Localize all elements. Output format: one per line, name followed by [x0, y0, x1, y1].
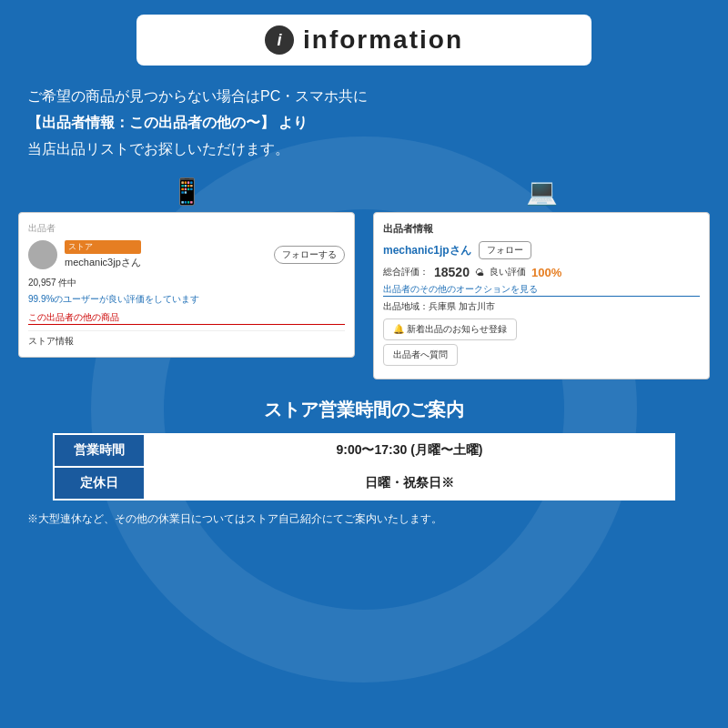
pc-rating-label: 総合評価： — [383, 266, 429, 278]
mobile-screenshot-container: 📱 出品者 ストア mechanic3jpさん フォローする 20,957 件中… — [18, 177, 355, 379]
hours-value-1: 日曜・祝祭日※ — [145, 467, 674, 500]
pc-mock-screen: 出品者情報 mechanic1jpさん フォロー 総合評価： 18520 🌤 良… — [373, 212, 710, 379]
screenshots-row: 📱 出品者 ストア mechanic3jpさん フォローする 20,957 件中… — [18, 177, 710, 379]
desc-line2: 【出品者情報：この出品者の他の〜】 より — [27, 110, 701, 136]
hours-label-1: 定休日 — [54, 467, 145, 500]
mobile-user-row: ストア mechanic3jpさん フォローする — [28, 240, 345, 269]
mobile-username: mechanic3jpさん — [65, 256, 141, 269]
pc-notify-btn[interactable]: 🔔 新着出品のお知らせ登録 — [383, 318, 517, 340]
mobile-divider — [28, 330, 345, 331]
hours-label-0: 営業時間 — [54, 434, 145, 467]
pc-screenshot-container: 💻 出品者情報 mechanic1jpさん フォロー 総合評価： 18520 🌤… — [373, 177, 710, 379]
desc-line1: ご希望の商品が見つからない場合はPC・スマホ共に — [27, 84, 701, 110]
hours-table: 営業時間 9:00〜17:30 (月曜〜土曜) 定休日 日曜・祝祭日※ — [53, 433, 675, 500]
mobile-section-label: 出品者 — [28, 222, 345, 235]
pc-name-row: mechanic1jpさん フォロー — [383, 241, 700, 259]
store-footnote: ※大型連休など、その他の休業日についてはストア自己紹介にてご案内いたします。 — [18, 511, 710, 527]
info-title: information — [303, 25, 463, 55]
pc-section-label: 出品者情報 — [383, 222, 700, 236]
mobile-stats: 20,957 件中 — [28, 277, 345, 289]
pc-location: 出品地域：兵庫県 加古川市 — [383, 300, 700, 313]
pc-rating-num: 18520 — [434, 265, 470, 279]
mobile-link[interactable]: この出品者の他の商品 — [28, 311, 345, 325]
mobile-icon: 📱 — [171, 177, 203, 207]
store-hours-section: ストア営業時間のご案内 営業時間 9:00〜17:30 (月曜〜土曜) 定休日 … — [18, 398, 710, 527]
mobile-user-info: ストア mechanic3jpさん — [65, 240, 141, 269]
desc-line3: 当店出品リストでお探しいただけます。 — [27, 136, 701, 163]
pc-username: mechanic1jpさん — [383, 243, 471, 258]
info-icon: i — [265, 25, 294, 55]
pc-rating-row: 総合評価： 18520 🌤 良い評価 100% — [383, 265, 700, 279]
hours-row-0: 営業時間 9:00〜17:30 (月曜〜土曜) — [54, 434, 674, 467]
main-content: i information ご希望の商品が見つからない場合はPC・スマホ共に 【… — [0, 0, 728, 541]
pc-follow-btn[interactable]: フォロー — [479, 241, 531, 259]
mobile-avatar — [28, 240, 57, 269]
mobile-mock-screen: 出品者 ストア mechanic3jpさん フォローする 20,957 件中 9… — [18, 212, 355, 358]
description-text: ご希望の商品が見つからない場合はPC・スマホ共に 【出品者情報：この出品者の他の… — [18, 84, 710, 162]
pc-good-label: 良い評価 — [490, 266, 526, 278]
mobile-good-rate: 99.9%のユーザーが良い評価をしています — [28, 293, 345, 306]
store-hours-title: ストア営業時間のご案内 — [264, 398, 464, 422]
pc-auction-link[interactable]: 出品者のその他のオークションを見る — [383, 283, 700, 297]
pc-good-pct: 100% — [531, 266, 561, 279]
hours-value-0: 9:00〜17:30 (月曜〜土曜) — [145, 434, 674, 467]
hours-row-1: 定休日 日曜・祝祭日※ — [54, 467, 674, 500]
pc-icon: 💻 — [526, 177, 558, 207]
mobile-follow-btn[interactable]: フォローする — [274, 246, 345, 264]
pc-sun-icon: 🌤 — [475, 268, 484, 278]
info-header-box: i information — [136, 15, 592, 66]
mobile-store-info: ストア情報 — [28, 335, 345, 348]
pc-question-btn[interactable]: 出品者へ質問 — [383, 344, 458, 366]
mobile-store-badge: ストア — [65, 240, 141, 254]
